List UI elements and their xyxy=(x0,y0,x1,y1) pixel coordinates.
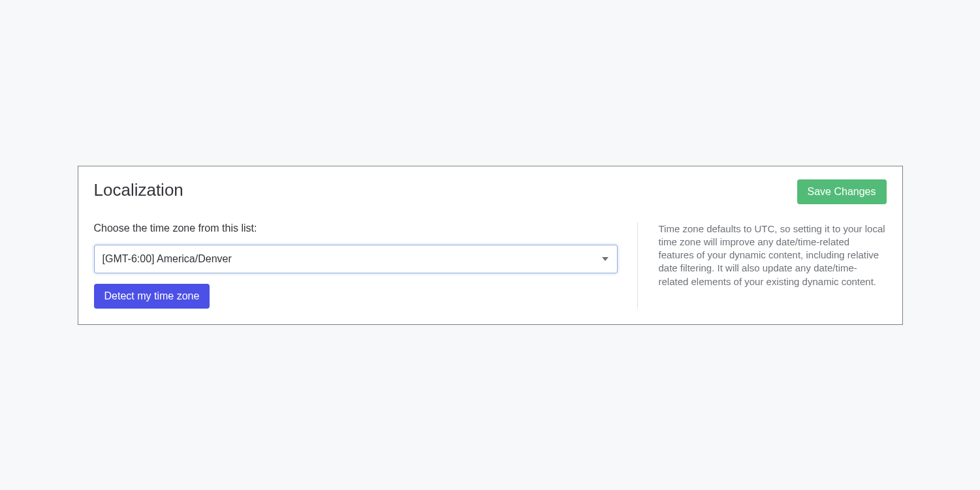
detect-timezone-button[interactable]: Detect my time zone xyxy=(94,284,210,309)
timezone-select[interactable]: [GMT-6:00] America/Denver xyxy=(94,245,618,273)
content-row: Choose the time zone from this list: [GM… xyxy=(94,222,887,309)
timezone-selected-value: [GMT-6:00] America/Denver xyxy=(103,253,232,265)
timezone-label: Choose the time zone from this list: xyxy=(94,222,618,234)
save-changes-button[interactable]: Save Changes xyxy=(797,179,887,204)
timezone-select-wrapper: [GMT-6:00] America/Denver xyxy=(94,245,618,273)
timezone-form-column: Choose the time zone from this list: [GM… xyxy=(94,222,637,309)
card-title: Localization xyxy=(94,179,183,202)
card-header: Localization Save Changes xyxy=(94,179,887,204)
localization-card: Localization Save Changes Choose the tim… xyxy=(78,166,903,325)
help-column: Time zone defaults to UTC, so setting it… xyxy=(637,222,887,309)
timezone-help-text: Time zone defaults to UTC, so setting it… xyxy=(659,222,887,288)
